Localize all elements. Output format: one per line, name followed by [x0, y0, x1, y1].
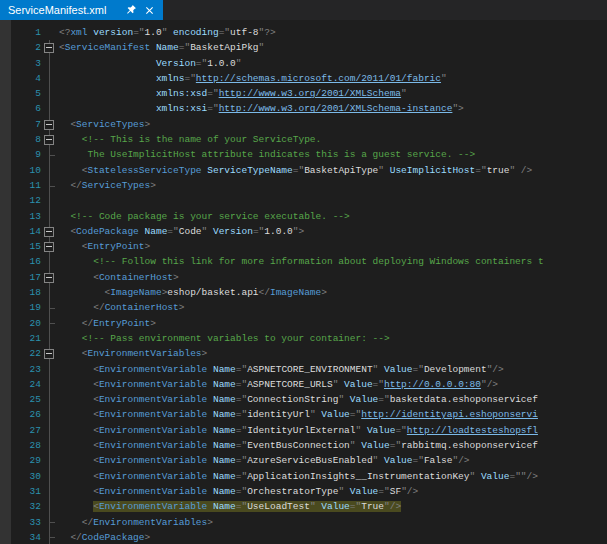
code-line[interactable]: 24 <EnvironmentVariable Name="ASPNETCORE…: [0, 377, 607, 392]
line-number: 4: [0, 71, 42, 86]
code-text: <EnvironmentVariable Name="identityUrl" …: [59, 407, 538, 422]
fold-margin: [42, 178, 59, 193]
code-line[interactable]: 23 <EnvironmentVariable Name="ASPNETCORE…: [0, 362, 607, 377]
code-line[interactable]: 15 <EntryPoint>: [0, 239, 607, 254]
fold-margin: [42, 377, 59, 392]
fold-collapse-icon[interactable]: [42, 346, 59, 361]
line-number: 6: [0, 101, 42, 116]
code-text: <EnvironmentVariable Name="ConnectionStr…: [59, 392, 538, 407]
fold-margin: [42, 331, 59, 346]
pin-icon[interactable]: [124, 3, 138, 17]
code-text: <EnvironmentVariable Name="OrchestratorT…: [59, 484, 418, 499]
line-number: 11: [0, 178, 42, 193]
line-number: 26: [0, 407, 42, 422]
line-number: 3: [0, 56, 42, 71]
code-text: <EnvironmentVariables>: [59, 346, 207, 361]
code-text: </ServiceTypes>: [59, 178, 156, 193]
code-line[interactable]: 25 <EnvironmentVariable Name="Connection…: [0, 392, 607, 407]
code-line[interactable]: 4 xmlns="http://schemas.microsoft.com/20…: [0, 71, 607, 86]
code-line[interactable]: 6 xmlns:xsi="http://www.w3.org/2001/XMLS…: [0, 101, 607, 116]
code-line[interactable]: 31 <EnvironmentVariable Name="Orchestrat…: [0, 484, 607, 499]
line-number: 18: [0, 285, 42, 300]
code-text: <EntryPoint>: [59, 239, 150, 254]
code-line[interactable]: 34 </CodePackage>: [0, 530, 607, 544]
code-line[interactable]: 7 <ServiceTypes>: [0, 117, 607, 132]
fold-margin: [42, 423, 59, 438]
code-line[interactable]: 10 <StatelessServiceType ServiceTypeName…: [0, 163, 607, 178]
code-line[interactable]: 29 <EnvironmentVariable Name="AzureServi…: [0, 453, 607, 468]
fold-margin: [42, 453, 59, 468]
tab-servicemanifest[interactable]: ServiceManifest.xml: [0, 0, 163, 20]
fold-collapse-icon[interactable]: [42, 132, 59, 147]
line-number: 27: [0, 423, 42, 438]
line-number: 7: [0, 117, 42, 132]
code-line[interactable]: 17 <ContainerHost>: [0, 270, 607, 285]
fold-margin: [42, 316, 59, 331]
fold-margin: [42, 362, 59, 377]
line-number: 10: [0, 163, 42, 178]
fold-margin: [42, 392, 59, 407]
code-text: <EnvironmentVariable Name="ASPNETCORE_EN…: [59, 362, 504, 377]
code-text: </EnvironmentVariables>: [59, 515, 213, 530]
code-line[interactable]: 22 <EnvironmentVariables>: [0, 346, 607, 361]
line-number: 19: [0, 300, 42, 315]
line-number: 22: [0, 346, 42, 361]
code-line[interactable]: 21 <!-- Pass environment variables to yo…: [0, 331, 607, 346]
code-text: xmlns:xsi="http://www.w3.org/2001/XMLSch…: [59, 101, 464, 116]
code-line[interactable]: 16 <!-- Follow this link for more inform…: [0, 254, 607, 269]
fold-collapse-icon[interactable]: [42, 117, 59, 132]
line-number: 9: [0, 147, 42, 162]
line-number: 14: [0, 224, 42, 239]
line-number: 25: [0, 392, 42, 407]
code-line[interactable]: 32 <EnvironmentVariable Name="UseLoadTes…: [0, 499, 607, 514]
fold-margin: [42, 484, 59, 499]
line-number: 33: [0, 515, 42, 530]
code-line[interactable]: 18 <ImageName>eshop/basket.api</ImageNam…: [0, 285, 607, 300]
code-text: The UseImplicitHost attribute indicates …: [59, 147, 475, 162]
fold-collapse-icon[interactable]: [42, 40, 59, 55]
code-line[interactable]: 1<?xml version="1.0" encoding="utf-8"?>: [0, 25, 607, 40]
code-line[interactable]: 27 <EnvironmentVariable Name="IdentityUr…: [0, 423, 607, 438]
code-line[interactable]: 13 <!-- Code package is your service exe…: [0, 209, 607, 224]
code-text: <!-- Code package is your service execut…: [59, 209, 350, 224]
code-text: <?xml version="1.0" encoding="utf-8"?>: [59, 25, 276, 40]
code-editor[interactable]: 1<?xml version="1.0" encoding="utf-8"?>2…: [0, 20, 607, 544]
line-number: 8: [0, 132, 42, 147]
code-text: Version="1.0.0": [59, 56, 241, 71]
code-line[interactable]: 33 </EnvironmentVariables>: [0, 515, 607, 530]
line-number: 1: [0, 25, 42, 40]
line-number: 21: [0, 331, 42, 346]
code-line[interactable]: 5 xmlns:xsd="http://www.w3.org/2001/XMLS…: [0, 86, 607, 101]
line-number: 34: [0, 530, 42, 544]
code-line[interactable]: 26 <EnvironmentVariable Name="identityUr…: [0, 407, 607, 422]
code-line[interactable]: 2<ServiceManifest Name="BasketApiPkg": [0, 40, 607, 55]
vs-editor-window: ServiceManifest.xml 1<?xml version="1.0"…: [0, 0, 607, 544]
code-line[interactable]: 3 Version="1.0.0": [0, 56, 607, 71]
code-line[interactable]: 28 <EnvironmentVariable Name="EventBusCo…: [0, 438, 607, 453]
fold-margin: [42, 209, 59, 224]
code-line[interactable]: 14 <CodePackage Name="Code" Version="1.0…: [0, 224, 607, 239]
fold-collapse-icon[interactable]: [42, 224, 59, 239]
code-line[interactable]: 19 </ContainerHost>: [0, 300, 607, 315]
fold-collapse-icon[interactable]: [42, 270, 59, 285]
line-number: 29: [0, 453, 42, 468]
close-icon[interactable]: [142, 3, 156, 17]
line-number: 30: [0, 469, 42, 484]
line-number: 16: [0, 254, 42, 269]
code-text: <ServiceManifest Name="BasketApiPkg": [59, 40, 264, 55]
code-line[interactable]: 30 <EnvironmentVariable Name="Applicatio…: [0, 469, 607, 484]
code-line[interactable]: 20 </EntryPoint>: [0, 316, 607, 331]
code-text: <!-- Pass environment variables to your …: [59, 331, 390, 346]
fold-margin: [42, 101, 59, 116]
code-text: </EntryPoint>: [59, 316, 156, 331]
code-line[interactable]: 8 <!-- This is the name of your ServiceT…: [0, 132, 607, 147]
fold-margin: [42, 438, 59, 453]
line-number: 31: [0, 484, 42, 499]
code-line[interactable]: 9 The UseImplicitHost attribute indicate…: [0, 147, 607, 162]
line-number: 17: [0, 270, 42, 285]
code-text: <StatelessServiceType ServiceTypeName="B…: [59, 163, 532, 178]
fold-collapse-icon[interactable]: [42, 239, 59, 254]
code-line[interactable]: 12: [0, 193, 607, 208]
fold-margin: [42, 86, 59, 101]
code-line[interactable]: 11 </ServiceTypes>: [0, 178, 607, 193]
